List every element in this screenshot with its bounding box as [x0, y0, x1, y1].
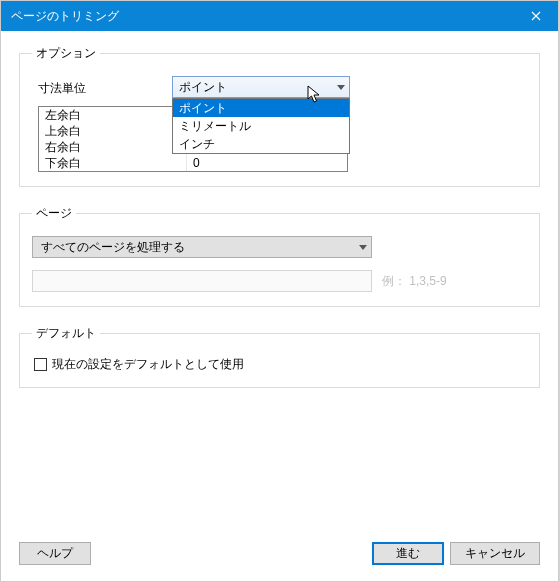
- titlebar: ページのトリミング: [1, 1, 558, 31]
- unit-dropdown: ポイント ミリメートル インチ: [172, 98, 350, 154]
- proceed-button[interactable]: 進む: [372, 542, 444, 565]
- defaults-legend: デフォルト: [32, 325, 100, 342]
- save-defaults-checkbox[interactable]: [34, 358, 47, 371]
- unit-option-mm[interactable]: ミリメートル: [173, 117, 349, 135]
- unit-combobox-value: ポイント: [179, 79, 227, 96]
- page-range-row: 例： 1,3,5-9: [32, 270, 527, 292]
- margin-right-label: 右余白: [39, 139, 187, 155]
- unit-label: 寸法単位: [32, 76, 172, 97]
- dialog-content: オプション 寸法単位 ポイント ポイント ミリメートル インチ 左余白 0: [1, 31, 558, 581]
- chevron-down-icon: [359, 245, 367, 250]
- unit-row: 寸法単位 ポイント ポイント ミリメートル インチ: [32, 76, 527, 98]
- defaults-group: デフォルト 現在の設定をデフォルトとして使用: [19, 325, 540, 388]
- unit-combobox[interactable]: ポイント ポイント ミリメートル インチ: [172, 76, 350, 98]
- help-button[interactable]: ヘルプ: [19, 542, 91, 565]
- pages-group: ページ すべてのページを処理する 例： 1,3,5-9: [19, 205, 540, 307]
- window-title: ページのトリミング: [11, 8, 119, 25]
- margin-left-label: 左余白: [39, 107, 187, 123]
- close-icon: [531, 11, 541, 21]
- margin-top-label: 上余白: [39, 123, 187, 139]
- save-defaults-row: 現在の設定をデフォルトとして使用: [32, 356, 527, 373]
- table-row: 下余白 0: [39, 155, 347, 171]
- margin-bottom-label: 下余白: [39, 155, 187, 171]
- pages-combobox[interactable]: すべてのページを処理する: [32, 236, 372, 258]
- page-range-input[interactable]: [32, 270, 372, 292]
- cancel-button[interactable]: キャンセル: [450, 542, 540, 565]
- help-button-label: ヘルプ: [37, 545, 73, 562]
- pages-combobox-value: すべてのページを処理する: [41, 239, 185, 256]
- page-range-example: 例： 1,3,5-9: [382, 273, 447, 290]
- chevron-down-icon: [337, 85, 345, 90]
- options-legend: オプション: [32, 45, 100, 62]
- pages-legend: ページ: [32, 205, 76, 222]
- proceed-button-label: 進む: [396, 545, 420, 562]
- button-bar: ヘルプ 進む キャンセル: [19, 542, 540, 565]
- options-group: オプション 寸法単位 ポイント ポイント ミリメートル インチ 左余白 0: [19, 45, 540, 187]
- close-button[interactable]: [513, 1, 558, 31]
- unit-option-points[interactable]: ポイント: [173, 99, 349, 117]
- cancel-button-label: キャンセル: [465, 545, 525, 562]
- save-defaults-label: 現在の設定をデフォルトとして使用: [52, 356, 244, 373]
- margin-bottom-value[interactable]: 0: [187, 155, 347, 171]
- unit-option-inch[interactable]: インチ: [173, 135, 349, 153]
